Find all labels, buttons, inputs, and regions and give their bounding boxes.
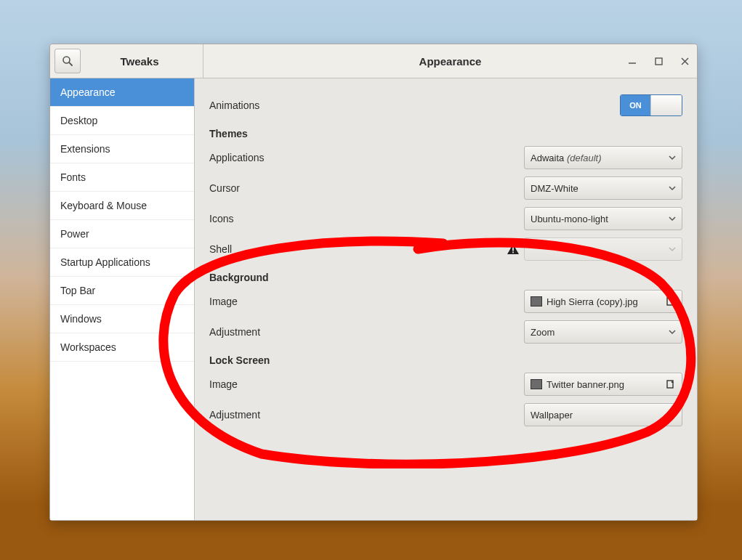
- row-background-image: Image High Sierra (copy).jpg: [209, 288, 682, 315]
- dropdown-value: DMZ-White: [531, 183, 660, 194]
- chevron-down-icon: [664, 411, 676, 418]
- label-icons: Icons: [209, 213, 524, 224]
- minimize-button[interactable]: [626, 54, 639, 68]
- image-icon: [531, 296, 542, 307]
- row-applications-theme: Applications Adwaita (default): [209, 144, 682, 171]
- sidebar-item-workspaces[interactable]: Workspaces: [50, 333, 194, 362]
- sidebar-item-label: Appearance: [60, 86, 116, 98]
- warning-icon: [507, 243, 520, 255]
- icons-theme-dropdown[interactable]: Ubuntu-mono-light: [524, 207, 682, 230]
- background-adjustment-dropdown[interactable]: Zoom: [524, 320, 682, 344]
- cursor-theme-dropdown[interactable]: DMZ-White: [524, 176, 682, 200]
- sidebar-item-label: Extensions: [60, 143, 110, 155]
- search-icon: [62, 55, 73, 67]
- file-value: High Sierra (copy).jpg: [547, 296, 660, 307]
- sidebar-item-label: Fonts: [60, 171, 86, 183]
- chevron-down-icon: [664, 215, 676, 222]
- section-lockscreen: Lock Screen: [209, 349, 682, 368]
- page-title: Appearance: [203, 55, 697, 68]
- sidebar-item-power[interactable]: Power: [50, 220, 194, 248]
- sidebar-item-startup-applications[interactable]: Startup Applications: [50, 248, 194, 277]
- open-file-icon: [664, 296, 676, 307]
- sidebar-item-label: Windows: [60, 313, 102, 325]
- sidebar-item-label: Power: [60, 228, 89, 240]
- minimize-icon: [628, 57, 637, 65]
- sidebar-item-keyboard-mouse[interactable]: Keyboard & Mouse: [50, 192, 194, 220]
- chevron-down-icon: [664, 154, 676, 161]
- label-bg-adjust: Adjustment: [209, 326, 524, 338]
- sidebar-item-label: Keyboard & Mouse: [60, 200, 147, 211]
- row-lockscreen-image: Image Twitter banner.png: [209, 370, 682, 398]
- sidebar-item-extensions[interactable]: Extensions: [50, 135, 194, 163]
- label-bg-image: Image: [209, 296, 524, 307]
- row-icons-theme: Icons Ubuntu-mono-light: [209, 205, 682, 232]
- close-button[interactable]: [678, 54, 691, 68]
- app-title: Tweaks: [81, 55, 198, 68]
- chevron-down-icon: [664, 245, 676, 253]
- row-background-adjustment: Adjustment Zoom: [209, 318, 682, 346]
- sidebar-item-top-bar[interactable]: Top Bar: [50, 277, 194, 305]
- titlebar-left: Tweaks: [50, 44, 203, 78]
- label-shell: Shell: [209, 243, 507, 255]
- background-image-chooser[interactable]: High Sierra (copy).jpg: [524, 290, 682, 313]
- file-value: Twitter banner.png: [547, 379, 660, 390]
- section-background: Background: [209, 266, 682, 285]
- sidebar-item-label: Startup Applications: [60, 256, 150, 268]
- applications-theme-dropdown[interactable]: Adwaita (default): [524, 146, 682, 169]
- dropdown-value: Wallpaper: [531, 410, 660, 421]
- chevron-down-icon: [664, 184, 676, 192]
- titlebar: Tweaks Appearance: [50, 44, 697, 78]
- label-ls-image: Image: [209, 378, 524, 390]
- shell-theme-dropdown: [524, 238, 682, 261]
- svg-rect-3: [656, 58, 662, 65]
- open-file-icon: [664, 379, 676, 389]
- image-icon: [531, 379, 542, 389]
- lockscreen-image-chooser[interactable]: Twitter banner.png: [524, 373, 682, 396]
- window-controls: [626, 44, 691, 78]
- window-body: Appearance Desktop Extensions Fonts Keyb…: [50, 78, 697, 520]
- toggle-knob: [650, 95, 682, 115]
- sidebar-item-label: Workspaces: [60, 341, 116, 353]
- chevron-down-icon: [664, 328, 676, 336]
- animations-toggle[interactable]: ON: [620, 94, 682, 116]
- lockscreen-adjustment-dropdown[interactable]: Wallpaper: [524, 403, 682, 426]
- row-animations: Animations ON: [209, 92, 682, 119]
- dropdown-value: Adwaita (default): [531, 153, 660, 163]
- label-applications: Applications: [209, 152, 524, 163]
- dropdown-value: Ubuntu-mono-light: [531, 214, 660, 224]
- row-cursor-theme: Cursor DMZ-White: [209, 174, 682, 202]
- dropdown-value: Zoom: [531, 327, 660, 338]
- svg-rect-7: [512, 252, 514, 253]
- maximize-button[interactable]: [652, 54, 665, 68]
- sidebar-item-fonts[interactable]: Fonts: [50, 163, 194, 192]
- tweaks-window: Tweaks Appearance Appe: [49, 44, 698, 521]
- sidebar-item-label: Desktop: [60, 115, 97, 126]
- toggle-on-label: ON: [621, 95, 650, 115]
- sidebar-item-label: Top Bar: [60, 285, 95, 296]
- row-lockscreen-adjustment: Adjustment Wallpaper: [209, 401, 682, 429]
- section-themes: Themes: [209, 122, 682, 141]
- maximize-icon: [655, 57, 663, 65]
- sidebar-item-windows[interactable]: Windows: [50, 305, 194, 333]
- titlebar-right: Appearance: [203, 44, 697, 78]
- sidebar: Appearance Desktop Extensions Fonts Keyb…: [50, 78, 195, 520]
- svg-line-1: [69, 62, 72, 65]
- content-pane: Animations ON Themes Applications Adwait…: [195, 78, 697, 520]
- sidebar-item-appearance[interactable]: Appearance: [50, 78, 194, 107]
- close-icon: [681, 57, 689, 65]
- svg-rect-6: [512, 248, 514, 251]
- label-ls-adjust: Adjustment: [209, 409, 524, 421]
- label-cursor: Cursor: [209, 182, 524, 194]
- row-shell-theme: Shell: [209, 235, 682, 263]
- sidebar-item-desktop[interactable]: Desktop: [50, 107, 194, 135]
- search-button[interactable]: [55, 49, 81, 73]
- label-animations: Animations: [209, 100, 620, 111]
